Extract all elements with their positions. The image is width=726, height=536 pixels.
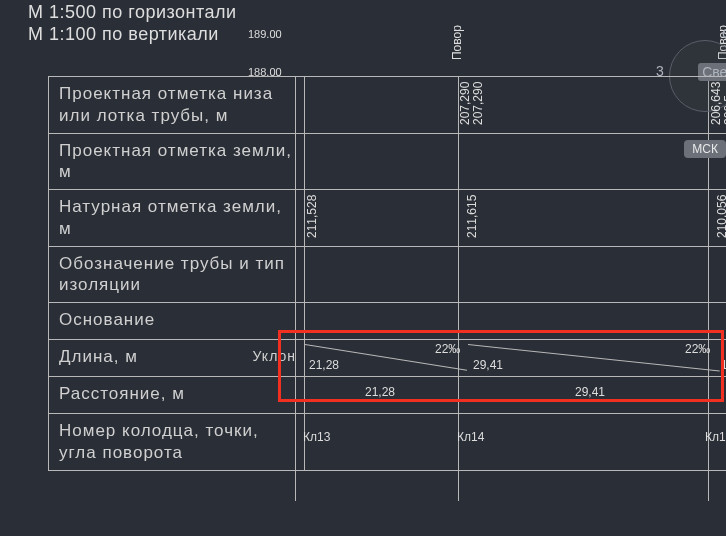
len-val: 21,28	[309, 358, 339, 372]
row-label: Проектная отметка низа или лотка трубы, …	[48, 77, 305, 133]
row-cells	[305, 134, 726, 190]
row-pipe-designation: Обозначение трубы и тип изоляции	[48, 246, 726, 303]
profile-table: Проектная отметка низа или лотка трубы, …	[48, 76, 726, 471]
val: 211,528	[305, 195, 319, 238]
elevation-tick-189: 189.00	[248, 28, 282, 40]
len-val: 29,41	[473, 358, 503, 372]
row-cells: 21,28 29,41	[305, 377, 726, 413]
cad-viewport: М 1:500 по горизонтали М 1:100 по вертик…	[0, 0, 726, 536]
row-cells: Кл13 Кл14 Кл15	[305, 414, 726, 470]
header-povor-1: Повор	[450, 25, 464, 60]
slope-val: 22‰	[435, 342, 460, 356]
row-label: Основание	[48, 303, 305, 339]
well-id: Кл13	[303, 430, 330, 444]
dist-val: 29,41	[575, 385, 605, 399]
len-val: 15,6	[721, 358, 726, 372]
row-pipe-bottom-elevation: Проектная отметка низа или лотка трубы, …	[48, 76, 726, 133]
slope-val: 22‰	[685, 342, 710, 356]
row-length: Длина, м Уклон 22‰ 22‰ 21,28 29,41 15,6	[48, 339, 726, 376]
row-cells: 211,528 211,615 210,056	[305, 190, 726, 246]
well-id: Кл14	[457, 430, 484, 444]
val: 206,643	[709, 82, 723, 125]
row-distance: Расстояние, м 21,28 29,41	[48, 376, 726, 413]
val: 207,290	[458, 82, 472, 125]
dist-val: 21,28	[365, 385, 395, 399]
row-label: Длина, м Уклон	[48, 340, 305, 376]
viewcube-north: С	[722, 26, 726, 42]
well-id: Кл15	[705, 430, 726, 444]
row-manhole-number: Номер колодца, точки, угла поворота Кл13…	[48, 413, 726, 471]
row-design-ground-elevation: Проектная отметка земли, м	[48, 133, 726, 190]
row-cells	[305, 247, 726, 303]
slope-label: Уклон	[253, 348, 296, 366]
val: 210,056	[715, 195, 726, 238]
row-cells: 207,290 207,290 206,643 206,5	[305, 77, 726, 133]
val: 211,615	[465, 195, 479, 238]
row-survey-ground-elevation: Натурная отметка земли, м 211,528 211,61…	[48, 189, 726, 246]
val: 206,5	[722, 95, 726, 125]
row-label: Натурная отметка земли, м	[48, 190, 305, 246]
row-label: Расстояние, м	[48, 377, 305, 413]
row-base: Основание	[48, 302, 726, 339]
row-label: Обозначение трубы и тип изоляции	[48, 247, 305, 303]
length-label: Длина, м	[59, 347, 138, 366]
row-label: Номер колодца, точки, угла поворота	[48, 414, 305, 470]
slope-line	[468, 344, 720, 371]
val: 207,290	[471, 82, 485, 125]
row-cells	[305, 303, 726, 339]
row-cells: 22‰ 22‰ 21,28 29,41 15,6	[305, 340, 726, 376]
scale-horizontal: М 1:500 по горизонтали	[28, 2, 237, 23]
row-label: Проектная отметка земли, м	[48, 134, 305, 190]
scale-vertical: М 1:100 по вертикали	[28, 24, 219, 45]
